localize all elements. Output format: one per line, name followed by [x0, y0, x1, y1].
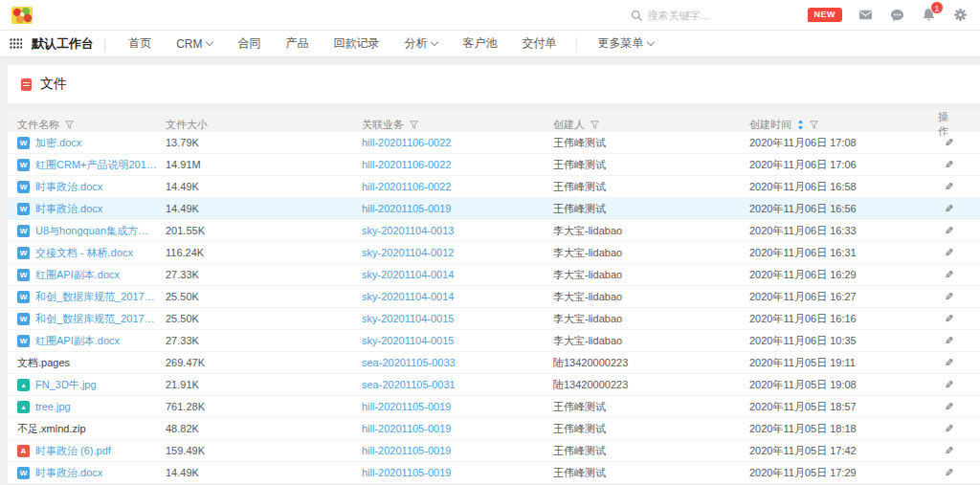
edit-pencil-icon[interactable]: ✎ [945, 467, 953, 479]
file-size: 201.55K [166, 225, 362, 236]
nav-item-7[interactable]: 交付单 [509, 35, 568, 52]
nav-separator [576, 37, 577, 51]
actions-cell: ✎ [938, 291, 980, 303]
creator-name: 王伟峰测试 [553, 136, 749, 150]
edit-pencil-icon[interactable]: ✎ [945, 335, 953, 347]
related-business-link[interactable]: hill-20201106-0022 [362, 159, 553, 170]
edit-pencil-icon[interactable]: ✎ [945, 445, 953, 457]
filter-icon[interactable] [590, 121, 599, 129]
actions-cell: ✎ [938, 269, 980, 281]
creator-name: 王伟峰测试 [553, 158, 749, 172]
file-name-link[interactable]: 红圈API副本.docx [35, 334, 120, 348]
edit-pencil-icon[interactable]: ✎ [945, 181, 953, 193]
table-row: ▴tree.jpg761.28Khill-20201105-0019王伟峰测试2… [8, 396, 980, 418]
file-name-link[interactable]: U8与hongquan集成方案.docx [35, 224, 158, 238]
created-time: 2020年11月06日 17:08 [749, 136, 938, 150]
created-time: 2020年11月06日 16:16 [749, 312, 938, 326]
file-name-link[interactable]: tree.jpg [35, 401, 71, 412]
file-size: 761.28K [166, 401, 362, 412]
edit-pencil-icon[interactable]: ✎ [945, 313, 953, 325]
file-size: 21.91K [166, 379, 362, 390]
nav-item-8[interactable]: 更多菜单 [585, 35, 666, 52]
chevron-down-icon [206, 38, 213, 46]
edit-pencil-icon[interactable]: ✎ [945, 357, 953, 369]
file-name-link[interactable]: FN_3D牛.jpg [35, 378, 97, 392]
file-name-cell: W和创_数据库规范_20171124.doc [17, 290, 166, 304]
file-name-link[interactable]: 和创_数据库规范_20171124.doc [35, 290, 158, 304]
file-name-link[interactable]: 时事政治.docx [35, 466, 102, 480]
related-business-link[interactable]: hill-20201106-0022 [362, 137, 553, 148]
edit-pencil-icon[interactable]: ✎ [945, 423, 953, 435]
nav-item-3[interactable]: 产品 [273, 35, 321, 52]
actions-cell: ✎ [938, 423, 980, 435]
edit-pencil-icon[interactable]: ✎ [945, 401, 953, 413]
sort-icon[interactable] [797, 120, 804, 130]
related-business-link[interactable]: sea-20201105-0031 [362, 379, 553, 390]
chat-icon[interactable] [890, 8, 905, 23]
related-business-link[interactable]: hill-20201105-0019 [362, 203, 553, 214]
notifications-bell-icon[interactable]: 1 [922, 8, 937, 23]
related-business-link[interactable]: hill-20201105-0019 [362, 445, 553, 456]
related-business-link[interactable]: hill-20201106-0022 [362, 181, 553, 192]
related-business-link[interactable]: sea-20201105-0033 [362, 357, 553, 368]
filter-icon[interactable] [810, 121, 818, 129]
file-name-link[interactable]: 时事政治.docx [35, 202, 102, 216]
nav-item-4[interactable]: 回款记录 [321, 35, 391, 52]
settings-gear-icon[interactable] [953, 8, 969, 23]
file-name-link[interactable]: 红圈API副本.docx [35, 268, 120, 282]
creator-name: 陆13420000223 [553, 356, 749, 370]
img-file-icon: ▴ [17, 401, 30, 413]
edit-pencil-icon[interactable]: ✎ [945, 225, 953, 237]
edit-pencil-icon[interactable]: ✎ [945, 203, 953, 215]
related-business-link[interactable]: sky-20201104-0014 [362, 291, 553, 302]
file-name-link[interactable]: 加密.docx [35, 136, 81, 150]
file-name-cell: W红圈API副本.docx [17, 268, 166, 282]
mail-icon[interactable] [858, 8, 874, 23]
filter-icon[interactable] [410, 121, 418, 129]
nav-item-1[interactable]: CRM [164, 37, 225, 51]
edit-pencil-icon[interactable]: ✎ [945, 159, 953, 171]
app-grid-icon[interactable] [10, 38, 22, 49]
edit-pencil-icon[interactable]: ✎ [945, 137, 953, 149]
creator-name: 李大宝-lidabao [553, 246, 749, 260]
edit-pencil-icon[interactable]: ✎ [945, 379, 953, 391]
related-business-link[interactable]: hill-20201105-0019 [362, 467, 553, 478]
nav-item-6[interactable]: 客户池 [450, 35, 509, 52]
workspace-selector[interactable]: 默认工作台 [32, 35, 94, 53]
file-name-link[interactable]: 时事政治.docx [35, 180, 102, 194]
file-name-link[interactable]: 和创_数据库规范_20171124.doc [35, 312, 158, 326]
related-business-link[interactable]: sky-20201104-0015 [362, 335, 553, 346]
nav-item-5[interactable]: 分析 [391, 35, 450, 52]
doc-file-icon: W [17, 225, 30, 237]
file-name-link[interactable]: 时事政治 (6).pdf [35, 444, 111, 458]
nav-item-0[interactable]: 首页 [116, 35, 164, 52]
created-time: 2020年11月05日 19:11 [749, 356, 938, 370]
app-logo[interactable] [11, 7, 33, 24]
created-time: 2020年11月05日 18:57 [749, 400, 938, 414]
filter-icon[interactable] [65, 121, 74, 129]
related-business-link[interactable]: sky-20201104-0015 [362, 313, 553, 324]
global-search [631, 9, 753, 21]
edit-pencil-icon[interactable]: ✎ [945, 247, 953, 259]
related-business-link[interactable]: sky-20201104-0013 [362, 225, 553, 236]
created-time: 2020年11月05日 18:18 [749, 422, 938, 436]
table-row: W交接文档 - 林桥.docx116.24Ksky-20201104-0012李… [8, 242, 980, 264]
new-badge[interactable]: NEW [808, 8, 843, 22]
related-business-link[interactable]: sky-20201104-0012 [362, 247, 553, 258]
table-row: W红圈API副本.docx27.33Ksky-20201104-0014李大宝-… [8, 264, 980, 286]
actions-cell: ✎ [938, 313, 980, 325]
related-business-link[interactable]: hill-20201105-0019 [362, 423, 553, 434]
file-name-link[interactable]: 红圈CRM+产品说明201901_前端... [35, 158, 158, 172]
edit-pencil-icon[interactable]: ✎ [945, 269, 953, 281]
page-title: 文件 [40, 76, 67, 93]
content-area: 文件 文件名称 文件大小 关联业务 创建人 [8, 65, 980, 484]
related-business-link[interactable]: sky-20201104-0014 [362, 269, 553, 280]
file-size: 27.33K [166, 335, 362, 346]
file-name-link[interactable]: 交接文档 - 林桥.docx [35, 246, 133, 260]
related-business-link[interactable]: hill-20201105-0019 [362, 401, 553, 412]
nav-item-2[interactable]: 合同 [225, 35, 273, 52]
edit-pencil-icon[interactable]: ✎ [945, 291, 953, 303]
column-header-filename: 文件名称 [17, 118, 166, 132]
search-input[interactable] [648, 10, 753, 21]
search-icon [631, 9, 643, 21]
